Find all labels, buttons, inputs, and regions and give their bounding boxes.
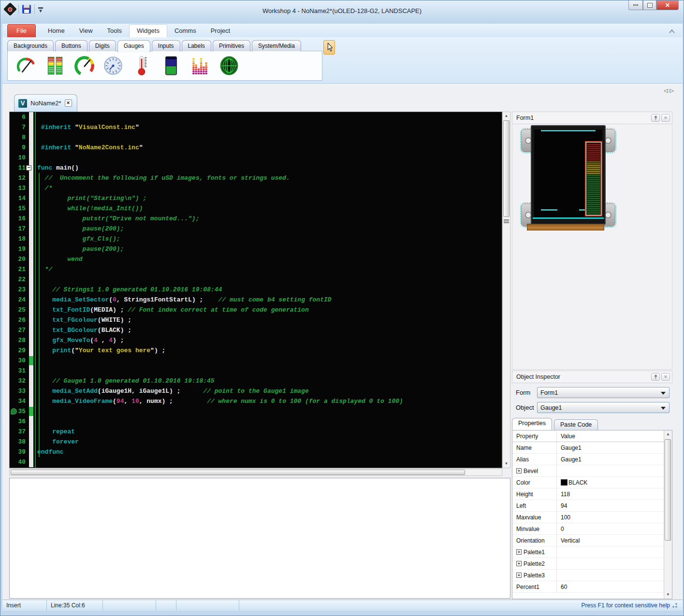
widget-tab-gauges[interactable]: Gauges (117, 40, 150, 52)
menu-item-widgets[interactable]: Widgets (129, 24, 167, 37)
property-row-left[interactable]: Left94 (512, 500, 672, 512)
code-text: media_SetAdd(iGauge1H, iGauge1L) ; // po… (33, 386, 309, 396)
close-panel-icon[interactable]: ✕ (661, 114, 670, 122)
expand-icon[interactable]: + (516, 549, 522, 555)
property-row-height[interactable]: Height118 (512, 488, 672, 500)
status-help-segment: Press F1 for context sensitive help (239, 600, 683, 611)
form-panel-header[interactable]: Form1 ✕ (512, 112, 672, 124)
resize-grip[interactable] (672, 602, 678, 608)
property-row-name[interactable]: NameGauge1 (512, 442, 672, 454)
widget-tab-digits[interactable]: Digits (89, 40, 116, 51)
property-row-percent1[interactable]: Percent160 (512, 581, 672, 593)
output-panel[interactable] (9, 478, 510, 599)
fold-toggle-icon[interactable]: − (26, 165, 31, 171)
code-editor[interactable]: 67 #inherit "VisualConst.inc"89 #inherit… (9, 112, 502, 468)
gauge1-widget-selected[interactable] (585, 141, 602, 216)
property-row-alias[interactable]: AliasGauge1 (512, 454, 672, 465)
close-panel-icon[interactable]: ✕ (661, 373, 670, 381)
line-number: 21 (10, 264, 29, 274)
object-select[interactable]: Gauge1 (537, 402, 669, 413)
fold-margin (29, 315, 33, 325)
menu-item-comms[interactable]: Comms (167, 25, 204, 37)
widget-tab-inputs[interactable]: Inputs (152, 40, 180, 51)
round-gauge-icon[interactable] (73, 54, 95, 77)
form-design-surface[interactable] (512, 124, 672, 370)
code-line-9: 9 #inherit "NoName2Const.inc" (10, 143, 502, 153)
property-row-orientation[interactable]: OrientationVertical (512, 535, 672, 546)
code-text: /* (33, 183, 52, 193)
scope-gauge-icon[interactable] (218, 54, 240, 77)
expand-icon[interactable]: + (516, 573, 522, 578)
maximize-button[interactable] (643, 0, 656, 10)
scope-guide-line (39, 173, 40, 457)
code-line-27: 27 txt_BGcolour(BLACK) ; (10, 325, 502, 335)
expand-icon[interactable]: + (516, 561, 522, 566)
close-button[interactable]: ✕ (656, 0, 679, 10)
menu-bar: FileHomeViewToolsWidgetsCommsProject (2, 24, 683, 37)
property-rows: NameGauge1AliasGauge1+BevelColorBLACKHei… (512, 442, 672, 593)
property-row-color[interactable]: ColorBLACK (512, 477, 672, 488)
spectrum-gauge-icon[interactable] (189, 54, 211, 77)
fold-margin (29, 356, 33, 366)
object-inspector-header[interactable]: Object Inspector ✕ (512, 371, 672, 383)
code-text: endfunc (33, 447, 64, 457)
select-cursor-button[interactable] (323, 40, 335, 55)
menu-item-home[interactable]: Home (41, 25, 72, 37)
tab-paste-code[interactable]: Paste Code (554, 419, 598, 430)
ribbon-collapse-icon[interactable] (668, 28, 676, 36)
widget-tab-backgrounds[interactable]: Backgrounds (7, 40, 54, 51)
status-caret-position: Line:35 Col:6 (47, 600, 103, 611)
dial-meter-icon[interactable] (102, 54, 124, 77)
property-name: Percent1 (516, 584, 539, 590)
scroll-up-icon[interactable]: ▲ (503, 112, 510, 120)
minimize-button[interactable] (628, 0, 643, 10)
scrollbar-marker (504, 219, 509, 223)
pin-icon[interactable] (651, 114, 660, 122)
tab-scroll-arrows[interactable]: ◁▷ (664, 87, 676, 94)
editor-horizontal-scrollbar[interactable] (9, 469, 502, 476)
property-row-palette3[interactable]: +Palette3 (512, 570, 672, 581)
property-row-palette2[interactable]: +Palette2 (512, 558, 672, 570)
scrollbar-thumb[interactable] (665, 439, 671, 541)
tank-level-icon[interactable] (160, 54, 182, 77)
led-bar-gauge-icon[interactable] (44, 54, 66, 77)
code-text: gfx_Cls(); (33, 234, 120, 244)
widget-tab-buttons[interactable]: Buttons (55, 40, 87, 51)
expand-icon[interactable]: + (516, 468, 522, 473)
status-bar: Insert Line:35 Col:6 Press F1 for contex… (2, 600, 683, 611)
pin-icon[interactable] (651, 373, 660, 381)
fold-margin (29, 143, 33, 153)
scrollbar-thumb[interactable] (11, 470, 465, 475)
device-screen[interactable] (534, 129, 602, 217)
code-line-8: 8 (10, 132, 502, 143)
widget-tab-system-media[interactable]: System/Media (252, 40, 301, 51)
property-row-palette1[interactable]: +Palette1 (512, 546, 672, 558)
scroll-up-icon[interactable]: ▲ (664, 430, 672, 438)
property-row-minvalue[interactable]: Minvalue0 (512, 523, 672, 535)
scroll-down-icon[interactable]: ▼ (503, 460, 510, 468)
scroll-down-icon[interactable]: ▼ (664, 591, 672, 599)
menu-item-file[interactable]: File (7, 24, 36, 37)
property-column-header: Property (512, 430, 557, 442)
widget-tab-primitives[interactable]: Primitives (213, 40, 250, 51)
document-tab[interactable]: V NoName2* ✕ (14, 94, 77, 112)
grid-scrollbar[interactable]: ▲ ▼ (664, 430, 672, 599)
document-tab-close-icon[interactable]: ✕ (65, 100, 72, 107)
angular-meter-icon[interactable] (15, 54, 37, 77)
property-row-bevel[interactable]: +Bevel (512, 465, 672, 477)
scrollbar-thumb[interactable] (503, 120, 509, 217)
title-bar[interactable]: ▬▼ Workshop 4 - NoName2*(uOLED-128-G2, L… (0, 0, 684, 24)
line-number: 30 (10, 356, 29, 366)
menu-item-view[interactable]: View (72, 25, 100, 37)
fold-margin (29, 285, 33, 295)
editor-vertical-scrollbar[interactable]: ▲ ▼ (502, 112, 510, 468)
menu-item-tools[interactable]: Tools (100, 25, 129, 37)
property-row-maxvalue[interactable]: Maxvalue100 (512, 512, 672, 523)
tab-properties[interactable]: Properties (512, 418, 552, 430)
thermometer-icon[interactable] (131, 54, 153, 77)
property-name: Alias (516, 456, 529, 463)
widget-tab-labels[interactable]: Labels (182, 40, 211, 51)
form-select[interactable]: Form1 (537, 387, 669, 398)
menu-item-project[interactable]: Project (204, 25, 237, 37)
device-preview[interactable] (521, 125, 615, 236)
